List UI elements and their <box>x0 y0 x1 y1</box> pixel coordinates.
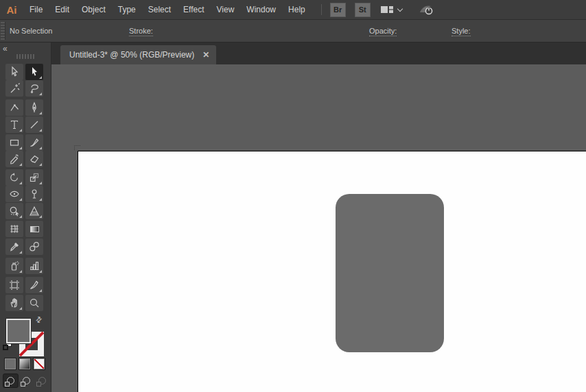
gradient-swatch <box>30 226 39 232</box>
draw-normal-button[interactable] <box>3 373 19 388</box>
menu-edit[interactable]: Edit <box>49 0 75 20</box>
document-tab-bar: Untitled-3* @ 50% (RGB/Preview) ✕ <box>51 42 586 64</box>
width-tool[interactable] <box>5 186 23 202</box>
collapse-panel-icon[interactable]: « <box>3 44 7 53</box>
menu-select[interactable]: Select <box>142 0 177 20</box>
draw-inside-icon <box>38 377 46 384</box>
shape-builder-tool[interactable] <box>5 203 23 219</box>
lasso-tool[interactable] <box>25 80 43 97</box>
control-bar: No Selection Stroke: • 3 pt. Round Opaci… <box>0 20 586 42</box>
mesh-tool[interactable] <box>5 221 23 237</box>
draw-inside-button[interactable] <box>34 373 50 388</box>
selection-status: No Selection <box>10 27 52 35</box>
column-graph-tool[interactable] <box>25 258 43 274</box>
style-label[interactable]: Style: <box>452 27 471 36</box>
menu-effect[interactable]: Effect <box>177 0 210 20</box>
tools-panel-grip[interactable] <box>16 54 34 59</box>
document-tab-title: Untitled-3* @ 50% (RGB/Preview) <box>69 50 194 60</box>
fill-indicator[interactable] <box>5 318 32 344</box>
shaper-tool[interactable] <box>5 151 23 167</box>
eraser-tool[interactable] <box>25 151 43 167</box>
menu-bar: Ai File Edit Object Type Select Effect V… <box>0 0 586 20</box>
symbol-sprayer-tool[interactable] <box>5 258 23 274</box>
menu-window[interactable]: Window <box>240 0 282 20</box>
slice-tool[interactable] <box>25 277 43 293</box>
swap-fill-stroke-icon[interactable]: ⇄ <box>34 315 45 326</box>
rectangle-tool[interactable] <box>5 134 23 151</box>
type-tool[interactable] <box>5 117 23 133</box>
magic-wand-tool[interactable] <box>5 80 23 97</box>
perspective-grid-tool[interactable] <box>25 203 43 219</box>
opacity-label[interactable]: Opacity: <box>369 27 397 36</box>
rotate-tool[interactable] <box>5 169 23 186</box>
canvas-pasteboard[interactable] <box>51 64 586 392</box>
artboard-tool[interactable] <box>5 277 23 293</box>
scale-tool[interactable] <box>25 169 43 186</box>
artboard[interactable] <box>78 151 586 392</box>
gradient-button[interactable] <box>19 358 31 370</box>
illustrator-logo-icon: Ai <box>0 4 23 16</box>
workspace-chevron-icon[interactable] <box>397 6 402 12</box>
gradient-tool[interactable] <box>25 221 43 237</box>
menu-type[interactable]: Type <box>112 0 142 20</box>
paintbrush-tool[interactable] <box>25 134 43 151</box>
canvas-shape[interactable] <box>336 194 444 352</box>
zoom-tool[interactable] <box>25 295 43 311</box>
power-status-icon[interactable] <box>417 3 436 16</box>
illustrator-window: Ai File Edit Object Type Select Effect V… <box>0 0 586 392</box>
stroke-label[interactable]: Stroke: <box>129 27 153 36</box>
hand-tool[interactable] <box>5 295 23 311</box>
line-segment-tool[interactable] <box>25 117 43 133</box>
none-button[interactable] <box>33 358 45 370</box>
menu-help[interactable]: Help <box>282 0 312 20</box>
draw-normal-icon <box>7 377 14 384</box>
direct-selection-tool[interactable] <box>25 64 43 80</box>
menu-object[interactable]: Object <box>75 0 112 20</box>
draw-behind-icon <box>23 377 30 384</box>
control-bar-grip[interactable] <box>1 22 5 40</box>
blend-tool[interactable] <box>25 238 43 255</box>
bridge-button[interactable]: Br <box>330 3 346 17</box>
pen-tool[interactable] <box>25 99 43 116</box>
menu-view[interactable]: View <box>211 0 241 20</box>
stock-button[interactable]: St <box>355 3 371 17</box>
puppet-warp-tool[interactable] <box>25 186 43 202</box>
tools-panel: « <box>0 42 51 392</box>
draw-behind-button[interactable] <box>19 373 34 388</box>
curvature-tool[interactable] <box>5 99 23 116</box>
menubar-divider <box>321 4 322 15</box>
workspace-switcher-icon[interactable] <box>380 4 394 15</box>
color-button[interactable] <box>4 358 16 370</box>
artboard-corner-mark <box>74 145 80 150</box>
tab-close-icon[interactable]: ✕ <box>202 50 209 60</box>
eyedropper-tool[interactable] <box>5 238 23 255</box>
fill-stroke-indicator: ⇄ <box>0 314 51 358</box>
selection-tool[interactable] <box>5 64 23 80</box>
menu-file[interactable]: File <box>23 0 49 20</box>
document-tab[interactable]: Untitled-3* @ 50% (RGB/Preview) ✕ <box>60 45 216 64</box>
